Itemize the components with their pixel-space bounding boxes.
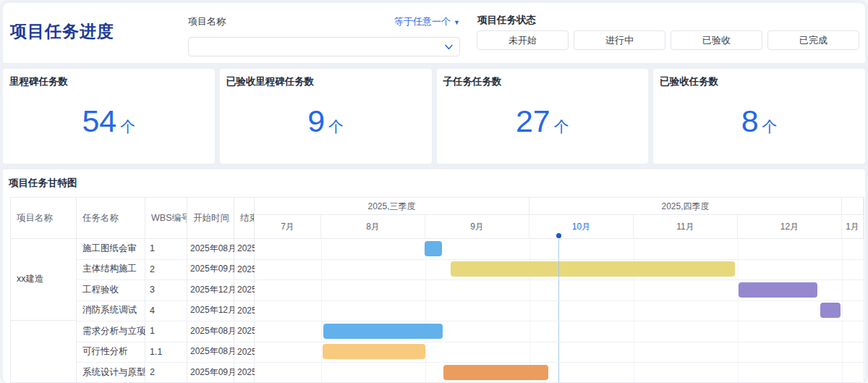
- gantt-bar-主体结构施工[interactable]: [451, 261, 735, 277]
- month-gridline: [738, 238, 739, 382]
- project-name-filter: 项目名称 等于任意一个▼: [188, 3, 460, 63]
- gantt-bar-工程验收[interactable]: [739, 282, 817, 298]
- start-date-cell: 2025年09月: [187, 362, 234, 383]
- stat-card-2: 已验收里程碑任务数9个: [220, 69, 432, 164]
- end-date-cell: 2025: [234, 279, 255, 300]
- stat-value: 9: [307, 104, 325, 138]
- stat-card-value: 27个: [437, 104, 649, 139]
- stat-unit: 个: [762, 118, 778, 135]
- month-gridline: [634, 238, 634, 382]
- gantt-bar-施工图纸会审[interactable]: [425, 241, 442, 256]
- wbs-cell: 1: [145, 238, 187, 259]
- stat-card-title: 子任务任务数: [443, 75, 502, 88]
- gantt-section-title: 项目任务甘特图: [9, 177, 77, 190]
- stat-value: 27: [516, 104, 550, 138]
- task-name-cell: 系统设计与原型...: [77, 362, 145, 383]
- task-name-cell: 需求分析与立项: [77, 321, 145, 342]
- quarter-header-3: [842, 198, 864, 215]
- gantt-panel: 项目任务甘特图 项目名称任务名称WBS编号开始时间结束时间2025,三季度202…: [3, 169, 865, 383]
- stat-card-value: 8个: [653, 104, 865, 139]
- task-status-filter: 项目任务状态 未开始进行中已验收已完成: [475, 3, 859, 63]
- stat-card-value: 54个: [3, 104, 215, 139]
- month-header-9月: 9月: [425, 215, 529, 238]
- start-date-cell: 2025年12月: [187, 279, 234, 300]
- stat-card-title: 里程碑任务数: [9, 75, 68, 88]
- status-filter-label: 项目任务状态: [477, 14, 536, 27]
- stat-cards-row: 里程碑任务数54个已验收里程碑任务数9个子任务任务数27个已验收任务数8个: [3, 69, 865, 164]
- stat-unit: 个: [120, 118, 135, 135]
- stat-unit: 个: [554, 118, 569, 135]
- stat-card-1: 里程碑任务数54个: [3, 69, 215, 164]
- stat-unit: 个: [328, 118, 344, 135]
- start-date-cell: 2025年08月: [187, 342, 234, 363]
- task-name-cell: 施工图纸会审: [77, 238, 145, 259]
- month-header-1月: 1月: [842, 215, 864, 238]
- filter-operator-label: 等于任意一个: [394, 16, 451, 27]
- start-date-cell: 2025年09月: [187, 259, 234, 280]
- header-panel: 项目任务进度 项目名称 等于任意一个▼ 项目任务状态 未开始进行中已验收已完成: [3, 3, 865, 63]
- gantt-bar-系统设计与原型...[interactable]: [443, 365, 548, 380]
- stat-value: 8: [741, 104, 759, 138]
- wbs-cell: 3: [145, 279, 187, 300]
- status-button-1[interactable]: 未开始: [477, 30, 569, 50]
- wbs-cell: 1.1: [145, 342, 187, 363]
- project-name-select[interactable]: [188, 37, 460, 56]
- quarter-row-border: [255, 214, 864, 215]
- task-name-cell: 工程验收: [77, 279, 145, 300]
- end-date-cell: 2025: [234, 342, 255, 363]
- project-task-dashboard: 项目任务进度 项目名称 等于任意一个▼ 项目任务状态 未开始进行中已验收已完成 …: [0, 0, 868, 383]
- wbs-cell: 2: [145, 259, 187, 280]
- end-date-cell: 2025: [234, 362, 255, 383]
- gantt-timeline: 2025,三季度2025,四季度7月8月9月10月11月12月1月: [255, 198, 864, 382]
- project-name-cell-1: xx建造: [11, 238, 77, 321]
- status-button-2[interactable]: 进行中: [574, 30, 665, 50]
- page-title: 项目任务进度: [10, 20, 114, 43]
- project-name-cell-2: [11, 321, 77, 383]
- gantt-bar-可行性分析[interactable]: [323, 344, 425, 359]
- status-button-group: 未开始进行中已验收已完成: [477, 30, 859, 50]
- stat-value: 54: [82, 104, 116, 138]
- column-header-3: WBS编号: [145, 198, 187, 238]
- start-date-cell: 2025年08月: [187, 321, 234, 342]
- stat-card-title: 已验收里程碑任务数: [226, 75, 315, 88]
- month-gridline: [425, 238, 426, 382]
- status-button-3[interactable]: 已验收: [671, 30, 762, 50]
- wbs-cell: 4: [145, 300, 187, 321]
- gantt-bar-需求分析与立项[interactable]: [323, 324, 443, 339]
- end-date-cell: 2025: [234, 259, 255, 280]
- month-gridline: [321, 238, 322, 382]
- task-name-cell: 可行性分析: [77, 342, 145, 363]
- wbs-cell: 2: [145, 362, 187, 383]
- filter-operator-dropdown[interactable]: 等于任意一个▼: [394, 15, 460, 28]
- end-date-cell: 2025: [234, 300, 255, 321]
- gantt-bar-消防系统调试[interactable]: [820, 303, 841, 318]
- chevron-down-icon: [445, 44, 453, 50]
- task-name-cell: 消防系统调试: [77, 300, 145, 321]
- month-header-12月: 12月: [738, 215, 842, 238]
- stat-card-3: 子任务任务数27个: [437, 69, 649, 164]
- start-date-cell: 2025年08月: [187, 238, 234, 259]
- start-date-cell: 2025年12月: [187, 300, 234, 321]
- column-header-4: 开始时间: [187, 198, 234, 238]
- task-name-cell: 主体结构施工: [77, 259, 145, 280]
- end-date-cell: 2025: [234, 321, 255, 342]
- stat-card-value: 9个: [220, 104, 432, 139]
- month-gridline: [842, 238, 843, 382]
- stat-card-4: 已验收任务数8个: [653, 69, 865, 164]
- wbs-cell: 1: [145, 321, 187, 342]
- month-header-11月: 11月: [634, 215, 738, 238]
- stat-card-title: 已验收任务数: [660, 75, 718, 88]
- gantt-table: 项目名称任务名称WBS编号开始时间结束时间2025,三季度2025,四季度7月8…: [10, 197, 864, 383]
- month-header-8月: 8月: [321, 215, 425, 238]
- status-button-4[interactable]: 已完成: [767, 30, 859, 50]
- month-header-7月: 7月: [255, 215, 321, 238]
- column-header-2: 任务名称: [77, 198, 145, 238]
- caret-down-icon: ▼: [454, 19, 460, 26]
- end-date-cell: 2025: [234, 238, 255, 259]
- column-header-1: 项目名称: [11, 198, 77, 238]
- month-gridline: [529, 238, 530, 382]
- column-header-5: 结束时间: [234, 198, 255, 238]
- today-marker-dot: [556, 233, 561, 238]
- today-marker-line: [558, 235, 559, 382]
- quarter-header-1: 2025,三季度: [255, 198, 529, 215]
